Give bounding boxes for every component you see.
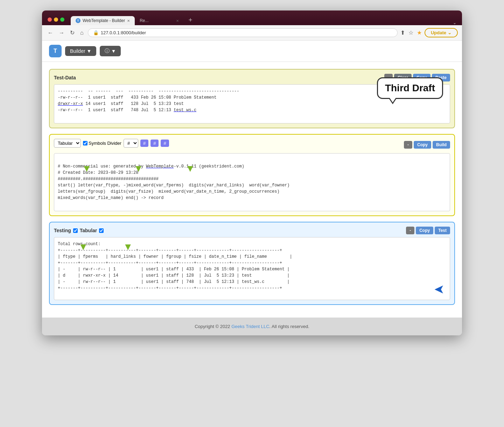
info-icon: ⓘ <box>105 48 110 54</box>
template-build-button[interactable]: Build <box>433 141 450 149</box>
template-content[interactable]: # Non-commercial use: generated by WebTe… <box>54 153 450 211</box>
tab-favicon: T <box>76 18 80 23</box>
inactive-tab-label: Re... <box>140 18 148 23</box>
tab-close-icon[interactable]: ✕ <box>127 19 130 23</box>
builder-dropdown-button[interactable]: Builder ▼ <box>65 46 96 56</box>
info-chevron-icon: ▼ <box>111 48 116 54</box>
maximize-button[interactable] <box>60 17 64 22</box>
hash3-button[interactable]: # <box>161 140 169 147</box>
url-text: 127.0.0.1:8000/builder <box>101 30 146 35</box>
testing-panel: Testing Tabular - Copy Test <box>49 222 455 305</box>
third-draft-text: Third Draft <box>385 83 435 93</box>
tabular-label: Tabular <box>80 228 97 233</box>
testing-copy-button[interactable]: Copy <box>416 227 433 234</box>
close-button[interactable] <box>48 17 52 22</box>
tabular-checkbox-label[interactable] <box>99 228 104 233</box>
back-button[interactable]: ← <box>46 29 55 37</box>
address-bar[interactable]: 🔒 127.0.0.1:8000/builder <box>88 28 398 37</box>
hash2-button[interactable]: # <box>150 140 159 147</box>
template-panel-header: Tabular Symbols Divider # # # # - Copy <box>54 139 450 150</box>
third-draft-callout: Third Draft <box>377 77 443 99</box>
symbols-divider-select[interactable]: # <box>124 139 138 148</box>
star-filled-icon[interactable]: ★ <box>417 29 422 36</box>
active-tab[interactable]: T WebTemplate - Builder ✕ <box>71 16 135 25</box>
symbols-divider-checkbox[interactable] <box>83 141 88 145</box>
traffic-lights <box>48 17 64 22</box>
new-tab-button[interactable]: ＋ <box>184 14 197 25</box>
inactive-tab-close-icon[interactable]: ✕ <box>176 19 179 23</box>
symbols-divider-label: Symbols Divider <box>89 141 121 146</box>
tabular-checkbox[interactable] <box>99 228 104 233</box>
template-toolbar: Tabular Symbols Divider # # # # <box>54 139 169 148</box>
template-type-select[interactable]: Tabular <box>54 139 81 148</box>
testing-minus-button[interactable]: - <box>406 227 414 234</box>
lock-icon: 🔒 <box>93 30 99 35</box>
forward-button[interactable]: → <box>57 29 66 37</box>
tab-chevron-icon: ⌄ <box>453 20 456 25</box>
testing-test-button[interactable]: Test <box>435 227 450 234</box>
template-panel: Tabular Symbols Divider # # # # - Copy <box>49 134 455 216</box>
tab-bar: T WebTemplate - Builder ✕ Re... ✕ ＋ ⌄ <box>71 14 456 25</box>
testing-buttons: - Copy Test <box>406 227 450 234</box>
speech-bubble: Third Draft <box>377 77 443 99</box>
testing-panel-header: Testing Tabular - Copy Test <box>54 227 450 234</box>
main-content: Test-Data - Clear Copy Paste ---------- … <box>42 62 462 318</box>
testing-label: Testing <box>54 228 71 233</box>
hash1-button[interactable]: # <box>140 140 148 147</box>
info-dropdown-button[interactable]: ⓘ ▼ <box>100 46 121 56</box>
browser-toolbar: ← → ↻ ⌂ 🔒 127.0.0.1:8000/builder ⬆ ☆ ★ U… <box>42 25 462 41</box>
footer-suffix: . All rights reserved. <box>270 324 309 329</box>
template-minus-button[interactable]: - <box>404 141 412 149</box>
update-button[interactable]: Update ⌄ <box>425 28 458 37</box>
active-tab-label: WebTemplate - Builder <box>83 18 125 23</box>
update-chevron-icon: ⌄ <box>448 30 451 35</box>
symbols-divider-checkbox-label[interactable]: Symbols Divider <box>83 141 121 146</box>
testing-checkbox[interactable] <box>73 228 78 233</box>
bookmark-icon[interactable]: ☆ <box>408 29 413 36</box>
app-header: T Builder ▼ ⓘ ▼ <box>42 41 462 62</box>
template-copy-button[interactable]: Copy <box>414 141 431 149</box>
testing-title-area: Testing Tabular <box>54 228 104 233</box>
share-icon[interactable]: ⬆ <box>400 29 405 36</box>
builder-label: Builder <box>70 48 85 54</box>
testdata-title: Test-Data <box>54 75 76 80</box>
app-logo: T <box>49 45 62 57</box>
toolbar-icons: ⬆ ☆ ★ <box>400 29 422 36</box>
update-label: Update <box>431 30 446 35</box>
footer: Copyright © 2022 Geeks Trident LLC. All … <box>42 318 462 335</box>
footer-copyright: Copyright © 2022 <box>195 324 231 329</box>
footer-link[interactable]: Geeks Trident LLC <box>231 324 269 329</box>
home-button[interactable]: ⌂ <box>79 29 85 37</box>
testing-checkbox-label[interactable] <box>73 228 78 233</box>
template-buttons: - Copy Build <box>404 141 450 149</box>
testing-content[interactable]: Total rows-count: +-------+----------+--… <box>54 237 450 300</box>
builder-chevron-icon: ▼ <box>87 48 92 54</box>
minimize-button[interactable] <box>54 17 58 22</box>
testdata-panel: Test-Data - Clear Copy Paste ---------- … <box>49 69 455 128</box>
inactive-tab[interactable]: Re... ✕ <box>135 16 184 25</box>
reload-button[interactable]: ↻ <box>69 29 76 37</box>
